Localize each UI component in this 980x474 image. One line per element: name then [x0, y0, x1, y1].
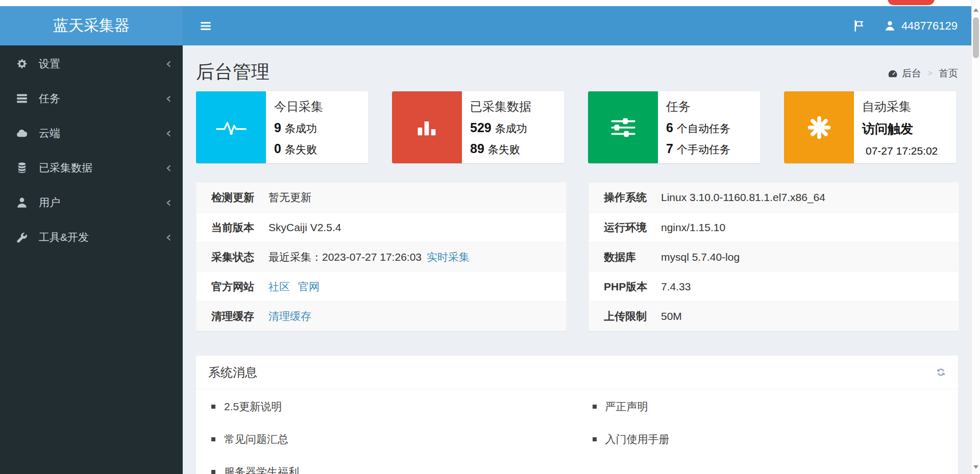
info-box-title: 今日采集 — [274, 98, 323, 115]
user-menu[interactable]: 448776129 — [885, 19, 958, 33]
sidebar-item-cloud[interactable]: 云端 — [0, 116, 183, 151]
sidebar-item-collected-data[interactable]: 已采集数据 — [0, 151, 183, 185]
chevron-left-icon — [166, 230, 172, 244]
status-table: 检测更新 暂无更新 当前版本 SkyCaiji V2.5.4 采集状态 最近采集… — [196, 182, 567, 331]
row-label: 运行环境 — [589, 220, 661, 235]
person-icon — [885, 20, 895, 31]
row-value: nginx/1.15.10 — [661, 221, 725, 234]
row-value: SkyCaiji V2.5.4 — [268, 221, 341, 234]
info-box-collected-data: 已采集数据 529条成功 89条失败 — [392, 91, 564, 163]
info-box-number: 0 — [274, 141, 281, 156]
info-box-number: 6 — [666, 120, 673, 135]
row-value: 50M — [661, 310, 682, 322]
info-box-content: 已采集数据 529条成功 89条失败 — [462, 91, 535, 163]
chevron-left-icon — [166, 126, 172, 140]
info-box-text: 条失败 — [488, 143, 520, 155]
info-box-line: 访问触发 — [862, 120, 938, 137]
wrench-icon — [16, 232, 33, 243]
breadcrumb: 后台 > 首页 — [888, 67, 958, 80]
table-row: 操作系统 Linux 3.10.0-1160.81.1.el7.x86_64 — [589, 183, 959, 212]
message-column-right: 严正声明 入门使用手册 — [577, 390, 959, 474]
row-label: 操作系统 — [589, 190, 661, 205]
row-value: 清理缓存 — [268, 309, 311, 323]
message-item[interactable]: 2.5更新说明 — [196, 390, 577, 423]
realtime-collect-link[interactable]: 实时采集 — [427, 250, 470, 264]
system-messages-panel: 系统消息 2.5更新说明 — [196, 356, 958, 474]
navbar-right: 448776129 — [854, 6, 980, 45]
message-item[interactable]: 服务器学生福利 — [196, 456, 577, 474]
bar-chart-icon — [392, 91, 462, 163]
content-header: 后台管理 后台 > 首页 — [183, 45, 980, 90]
table-row: 采集状态 最近采集：2023-07-27 17:26:03 实时采集 — [197, 242, 566, 271]
breadcrumb-home-link[interactable]: 后台 — [902, 67, 921, 80]
table-row: 上传限制 50M — [589, 301, 959, 331]
content-area: 后台管理 后台 > 首页 今日采集 9条成功 0条失败 — [183, 45, 980, 474]
sidebar-item-tools[interactable]: 工具&开发 — [0, 220, 183, 255]
asterisk-icon — [784, 91, 854, 163]
info-box-title: 自动采集 — [862, 98, 938, 115]
square-bullet-icon — [593, 437, 597, 441]
app-window: 蓝天采集器 448776129 — [0, 6, 980, 474]
scrollbar[interactable] — [971, 0, 980, 474]
table-row: 运行环境 nginx/1.15.10 — [589, 212, 959, 242]
clear-cache-link[interactable]: 清理缓存 — [268, 309, 311, 323]
sidebar-toggle-button[interactable] — [183, 6, 224, 45]
panel-title: 系统消息 — [208, 364, 257, 381]
chevron-left-icon — [166, 161, 172, 175]
chevron-left-icon — [166, 195, 172, 210]
browser-red-pill — [888, 0, 935, 5]
row-label: 采集状态 — [197, 250, 268, 264]
info-box-line: 9条成功 — [274, 120, 323, 136]
panel-body: 2.5更新说明 常见问题汇总 服务器学生福利 — [196, 389, 958, 474]
table-row: PHP版本 7.4.33 — [589, 271, 959, 301]
scrollbar-down-arrow[interactable] — [973, 465, 978, 469]
app-logo-text: 蓝天采集器 — [53, 15, 130, 36]
info-boxes-row: 今日采集 9条成功 0条失败 已采集数据 529条成功 89条失败 — [196, 91, 967, 163]
table-row: 当前版本 SkyCaiji V2.5.4 — [197, 212, 566, 242]
info-box-line: 07-27 17:25:02 — [862, 143, 938, 158]
hamburger-icon — [200, 21, 211, 31]
official-site-link[interactable]: 官网 — [298, 280, 320, 294]
row-value: 暂无更新 — [268, 190, 311, 205]
info-box-number: 7 — [666, 141, 673, 156]
top-navbar: 蓝天采集器 448776129 — [0, 6, 980, 45]
row-label: 检测更新 — [197, 190, 268, 205]
square-bullet-icon — [593, 405, 597, 409]
message-item[interactable]: 严正声明 — [577, 390, 959, 423]
refresh-icon[interactable] — [936, 367, 946, 377]
sidebar-item-label: 已采集数据 — [39, 161, 166, 175]
info-box-text: 条失败 — [285, 143, 317, 155]
info-box-line: 529条成功 — [470, 120, 531, 136]
info-box-line: 7个手动任务 — [666, 141, 730, 157]
breadcrumb-separator: > — [927, 68, 933, 79]
sliders-icon — [588, 91, 658, 163]
tables-row: 检测更新 暂无更新 当前版本 SkyCaiji V2.5.4 采集状态 最近采集… — [196, 182, 967, 331]
scrollbar-up-arrow[interactable] — [973, 8, 978, 12]
sidebar-item-label: 云端 — [39, 126, 166, 140]
breadcrumb-current: 首页 — [939, 67, 958, 80]
chevron-left-icon — [166, 57, 172, 71]
info-box-number: 9 — [274, 120, 281, 135]
panel-header: 系统消息 — [196, 356, 958, 389]
chevron-left-icon — [166, 91, 172, 106]
sidebar-item-users[interactable]: 用户 — [0, 185, 183, 220]
sidebar-menu: 设置 任务 云端 — [0, 45, 183, 255]
info-box-text: 个自动任务 — [677, 122, 730, 134]
message-item[interactable]: 入门使用手册 — [577, 423, 959, 456]
sidebar: 设置 任务 云端 — [0, 45, 183, 474]
info-box-line: 0条失败 — [274, 141, 323, 157]
flag-icon[interactable] — [854, 20, 864, 32]
sidebar-item-settings[interactable]: 设置 — [0, 46, 183, 81]
scrollbar-thumb[interactable] — [973, 17, 979, 58]
tasks-icon — [16, 93, 33, 104]
community-link[interactable]: 社区 — [268, 280, 290, 294]
message-item-text: 2.5更新说明 — [224, 400, 282, 414]
row-value: 7.4.33 — [661, 281, 691, 293]
info-box-title: 已采集数据 — [470, 98, 531, 115]
message-item[interactable]: 常见问题汇总 — [196, 423, 577, 456]
sidebar-item-label: 工具&开发 — [39, 230, 166, 244]
cloud-icon — [16, 128, 33, 139]
page-title: 后台管理 — [196, 60, 980, 85]
sidebar-item-tasks[interactable]: 任务 — [0, 81, 183, 116]
app-logo[interactable]: 蓝天采集器 — [0, 6, 183, 45]
